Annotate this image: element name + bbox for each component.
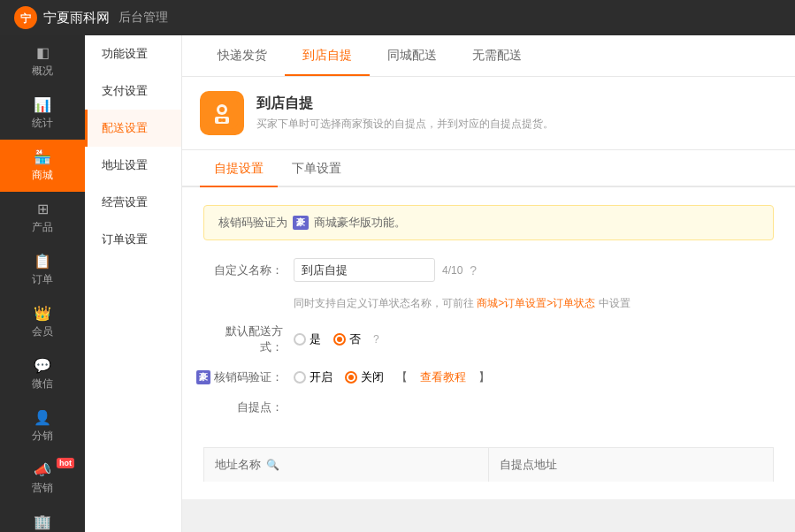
th-name-label: 地址名称 — [215, 457, 261, 473]
sidebar-item-multistore[interactable]: 🏢 多商户 — [0, 505, 85, 532]
sub-sidebar-manage[interactable]: 经营设置 — [85, 184, 181, 221]
header-title: 后台管理 — [118, 10, 168, 26]
custom-name-input[interactable] — [294, 258, 435, 282]
tutorial-bracket-open: 【 — [396, 369, 408, 385]
sidebar-item-label: 商城 — [32, 168, 53, 183]
search-icon[interactable]: 🔍 — [266, 459, 279, 471]
hero-desc: 买家下单时可选择商家预设的自提点，并到对应的自提点提货。 — [256, 117, 554, 132]
custom-name-input-box: 4/10 ? — [294, 258, 477, 282]
notice-box: 核销码验证为 豪 商城豪华版功能。 — [203, 205, 774, 240]
sub-sidebar-pay[interactable]: 支付设置 — [85, 72, 181, 110]
table-header: 地址名称 🔍 自提点地址 — [203, 447, 774, 482]
hint-text: 同时支持自定义订单状态名称，可前往 — [294, 297, 474, 309]
char-count: 4/10 — [442, 264, 462, 277]
radio-no-label: 否 — [349, 331, 361, 347]
marketing-icon: 📣 — [34, 461, 51, 478]
hint-icon[interactable]: ? — [470, 263, 477, 277]
sidebar-item-wechat[interactable]: 💬 微信 — [0, 348, 85, 400]
radio-close-circle — [345, 371, 357, 384]
delivery-radio-group: 是 否 ? — [294, 331, 379, 347]
sub-sidebar-delivery[interactable]: 配送设置 — [85, 110, 181, 147]
sidebar-item-shop[interactable]: 🏪 商城 — [0, 140, 85, 192]
tab-local[interactable]: 同城配送 — [370, 35, 455, 76]
tutorial-bracket-close: 】 — [478, 369, 490, 385]
pickup-points-row: 自提点： — [203, 399, 774, 415]
overview-icon: ◧ — [36, 44, 50, 61]
sub-sidebar: 功能设置 支付设置 配送设置 地址设置 经营设置 订单设置 — [85, 35, 182, 532]
tab-nodelivery[interactable]: 无需配送 — [455, 35, 539, 76]
th-name-search: 地址名称 🔍 — [215, 457, 478, 473]
tutorial-link[interactable]: 查看教程 — [420, 369, 466, 385]
logo: 宁 宁夏雨科网 — [13, 5, 110, 30]
radio-open[interactable]: 开启 — [294, 369, 333, 385]
sidebar-item-label: 统计 — [32, 116, 53, 131]
hot-badge: hot — [57, 458, 74, 468]
custom-name-row: 自定义名称： 4/10 ? — [203, 258, 774, 282]
verify-radio-group: 开启 关闭 【 查看教程 】 — [294, 369, 490, 385]
sidebar-item-distribution[interactable]: 👤 分销 — [0, 400, 85, 452]
sidebar-item-label: 会员 — [32, 324, 53, 339]
hint-link[interactable]: 商城>订单设置>订单状态 — [477, 297, 595, 309]
radio-no-circle — [333, 333, 346, 346]
products-icon: ⊞ — [37, 201, 49, 217]
sidebar-item-stats[interactable]: 📊 统计 — [0, 87, 85, 140]
table-section: 地址名称 🔍 自提点地址 — [182, 447, 795, 499]
notice-badge: 豪 — [293, 216, 309, 230]
sidebar-item-products[interactable]: ⊞ 产品 — [0, 192, 85, 244]
svg-rect-7 — [222, 118, 226, 122]
logo-icon: 宁 — [13, 5, 38, 30]
sub-sidebar-address[interactable]: 地址设置 — [85, 147, 181, 184]
tab-pickup[interactable]: 到店自提 — [285, 35, 370, 76]
header: 宁 宁夏雨科网 后台管理 — [0, 0, 795, 35]
verify-row: 豪 核销码验证： 开启 关闭 【 查看教程 】 — [203, 369, 774, 385]
main-layout: ◧ 概况 📊 统计 🏪 商城 ⊞ 产品 📋 订单 👑 会员 💬 微信 👤 — [0, 35, 795, 532]
th-address: 自提点地址 — [489, 448, 773, 482]
sidebar-item-label: 微信 — [32, 376, 53, 391]
inner-tab-bar: 自提设置 下单设置 — [182, 150, 795, 187]
th-name: 地址名称 🔍 — [204, 448, 489, 482]
radio-no[interactable]: 否 — [333, 331, 361, 347]
tab-express[interactable]: 快递发货 — [200, 35, 285, 76]
tab-pickup-settings[interactable]: 自提设置 — [200, 150, 278, 187]
sidebar-item-orders[interactable]: 📋 订单 — [0, 244, 85, 296]
radio-close-label: 关闭 — [361, 369, 384, 385]
radio-open-label: 开启 — [310, 369, 333, 385]
main-content: 快递发货 到店自提 同城配送 无需配送 到店自提 买家下单时可选择商家预设的自提… — [182, 35, 795, 532]
sub-hint: 同时支持自定义订单状态名称，可前往 商城>订单设置>订单状态 中设置 — [294, 296, 774, 311]
svg-rect-6 — [218, 118, 222, 122]
sidebar-item-marketing[interactable]: 📣 营销 hot — [0, 452, 85, 505]
radio-yes-label: 是 — [310, 331, 321, 347]
multistore-icon: 🏢 — [34, 513, 51, 530]
sidebar-item-overview[interactable]: ◧ 概况 — [0, 35, 85, 87]
sidebar-item-members[interactable]: 👑 会员 — [0, 296, 85, 348]
notice-text-suffix: 商城豪华版功能。 — [314, 215, 406, 231]
sidebar-item-label: 产品 — [32, 220, 53, 235]
shop-icon: 🏪 — [34, 148, 51, 165]
settings-content: 核销码验证为 豪 商城豪华版功能。 自定义名称： 4/10 ? 同时支持自定义订… — [182, 187, 795, 447]
radio-yes[interactable]: 是 — [294, 331, 321, 347]
sidebar: ◧ 概况 📊 统计 🏪 商城 ⊞ 产品 📋 订单 👑 会员 💬 微信 👤 — [0, 35, 85, 532]
question-icon[interactable]: ? — [373, 333, 379, 346]
tab-bar: 快递发货 到店自提 同城配送 无需配送 — [182, 35, 795, 77]
hero-section: 到店自提 买家下单时可选择商家预设的自提点，并到对应的自提点提货。 — [182, 77, 795, 150]
hint-suffix: 中设置 — [599, 297, 631, 309]
sub-sidebar-order[interactable]: 订单设置 — [85, 221, 181, 258]
svg-point-5 — [219, 107, 225, 112]
default-delivery-row: 默认配送方式： 是 否 ? — [203, 323, 774, 355]
stats-icon: 📊 — [34, 96, 51, 113]
members-icon: 👑 — [34, 305, 51, 322]
th-address-label: 自提点地址 — [500, 458, 557, 471]
radio-open-circle — [294, 371, 306, 384]
verify-label: 核销码验证： — [214, 369, 283, 385]
verify-badge: 豪 — [196, 370, 210, 384]
radio-close[interactable]: 关闭 — [345, 369, 384, 385]
hero-text: 到店自提 买家下单时可选择商家预设的自提点，并到对应的自提点提货。 — [256, 95, 554, 132]
sub-sidebar-func[interactable]: 功能设置 — [85, 35, 181, 72]
notice-text-prefix: 核销码验证为 — [218, 215, 287, 231]
svg-text:宁: 宁 — [20, 12, 31, 25]
tab-order-settings[interactable]: 下单设置 — [278, 150, 355, 187]
custom-name-label: 自定义名称： — [203, 262, 283, 278]
sidebar-item-label: 概况 — [32, 64, 53, 79]
sidebar-item-label: 订单 — [32, 272, 53, 287]
hero-title: 到店自提 — [256, 95, 554, 113]
